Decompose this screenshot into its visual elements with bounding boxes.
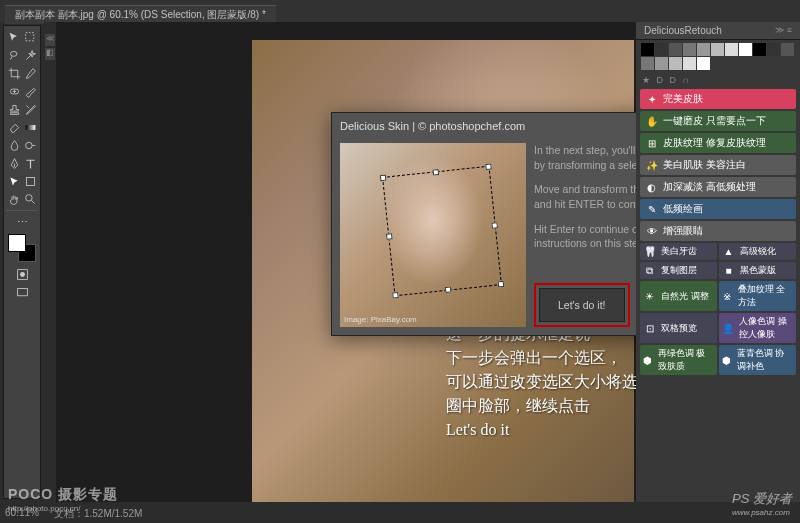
action-button[interactable]: ✋一键磨皮 只需要点一下: [640, 111, 796, 131]
zoom-tool[interactable]: [23, 192, 37, 206]
action-label: 人像色调 操控人像肤: [739, 315, 793, 341]
swatch[interactable]: [641, 57, 654, 70]
pen-tool[interactable]: [7, 156, 21, 170]
swatch[interactable]: [781, 43, 794, 56]
hand-tool[interactable]: [7, 192, 21, 206]
brush-tool[interactable]: [23, 84, 37, 98]
eraser-tool[interactable]: [7, 120, 21, 134]
svg-rect-4: [26, 177, 34, 185]
shape-tool[interactable]: [23, 174, 37, 188]
swatch[interactable]: [683, 57, 696, 70]
edit-toolbar[interactable]: ⋯: [15, 215, 29, 229]
swatch[interactable]: [739, 43, 752, 56]
action-button[interactable]: ✦完美皮肤: [640, 89, 796, 109]
svg-point-7: [20, 272, 25, 277]
action-label: 叠加纹理 全方法: [738, 283, 793, 309]
action-label: 美白牙齿: [661, 245, 697, 258]
dialog-text: In the next step, you'll have to measure…: [534, 143, 636, 172]
action-button[interactable]: ※叠加纹理 全方法: [719, 281, 796, 311]
marquee-tool[interactable]: [23, 30, 37, 44]
swatch[interactable]: [753, 43, 766, 56]
action-button[interactable]: ⊡双格预览: [640, 313, 717, 343]
screenmode-tool[interactable]: [15, 285, 29, 299]
gradient-tool[interactable]: [23, 120, 37, 134]
annotation-text: 这一步的提示框是说 下一步会弹出一个选区， 可以通过改变选区大小将选区 圈中脸部…: [446, 322, 636, 442]
action-icon: ✦: [645, 93, 658, 106]
foreground-color[interactable]: [8, 234, 26, 252]
action-label: 完美皮肤: [663, 92, 703, 106]
action-icon: ⬢: [722, 354, 732, 367]
action-icon: ✎: [645, 203, 658, 216]
swatch[interactable]: [641, 43, 654, 56]
panel-collapse-icon[interactable]: ◧: [45, 48, 55, 60]
action-label: 皮肤纹理 修复皮肤纹理: [663, 136, 766, 150]
swatch[interactable]: [669, 43, 682, 56]
lasso-tool[interactable]: [7, 48, 21, 62]
action-button[interactable]: ⧉复制图层: [640, 262, 717, 279]
swatch[interactable]: [655, 43, 668, 56]
tools-panel: ⋯: [3, 25, 41, 499]
action-button[interactable]: ✎低频绘画: [640, 199, 796, 219]
action-icon: 👤: [722, 322, 734, 335]
swatch[interactable]: [711, 43, 724, 56]
action-icon: ✋: [645, 115, 658, 128]
stamp-tool[interactable]: [7, 102, 21, 116]
action-button[interactable]: ✨美白肌肤 美容注白: [640, 155, 796, 175]
crop-tool[interactable]: [7, 66, 21, 80]
heal-tool[interactable]: [7, 84, 21, 98]
action-icon: ✨: [645, 159, 658, 172]
dialog-text: Hit Enter to continue or press "More Inf…: [534, 222, 636, 251]
swatch[interactable]: [669, 57, 682, 70]
lets-do-it-button[interactable]: Let's do it!: [539, 288, 625, 322]
image-credit: Image: PixaBay.com: [344, 315, 417, 324]
action-icon: ⊡: [643, 322, 656, 335]
swatch[interactable]: [655, 57, 668, 70]
action-label: 加深减淡 高低频处理: [663, 180, 756, 194]
delicious-skin-dialog: Delicious Skin | © photoshopchef.com ×: [331, 112, 636, 336]
action-icon: ◐: [645, 181, 658, 194]
canvas[interactable]: 这一步的提示框是说 下一步会弹出一个选区， 可以通过改变选区大小将选区 圈中脸部…: [56, 22, 636, 502]
history-brush-tool[interactable]: [23, 102, 37, 116]
quickmask-tool[interactable]: [15, 267, 29, 281]
path-tool[interactable]: [7, 174, 21, 188]
action-label: 低频绘画: [663, 202, 703, 216]
move-tool[interactable]: [7, 30, 21, 44]
wand-tool[interactable]: [23, 48, 37, 62]
action-button[interactable]: ☀自然光 调整: [640, 281, 717, 311]
action-icon: ⬢: [643, 354, 653, 367]
action-button[interactable]: ⬢再绿色调 极致肤质: [640, 345, 717, 375]
panel-toggle[interactable]: ≪: [45, 34, 55, 46]
document-tabs: 副本副本 副本.jpg @ 60.1% (DS Selection, 图层蒙版/…: [0, 4, 800, 22]
svg-rect-0: [25, 32, 33, 40]
action-button[interactable]: ▲高级锐化: [719, 243, 796, 260]
action-button[interactable]: ■黑色蒙版: [719, 262, 796, 279]
extension-panel: DeliciousRetouch ≫ ≡ ★ D D ∩ ✦完美皮肤✋一键磨皮 …: [636, 22, 800, 502]
action-button[interactable]: 👤人像色调 操控人像肤: [719, 313, 796, 343]
svg-rect-2: [25, 125, 35, 130]
action-label: 黑色蒙版: [740, 264, 776, 277]
svg-point-5: [25, 194, 32, 201]
action-icon: ■: [722, 264, 735, 277]
action-button[interactable]: 🦷美白牙齿: [640, 243, 717, 260]
action-button[interactable]: ◐加深减淡 高低频处理: [640, 177, 796, 197]
action-label: 双格预览: [661, 322, 697, 335]
color-swatches[interactable]: [8, 234, 36, 262]
swatch[interactable]: [697, 43, 710, 56]
action-icon: ⊞: [645, 137, 658, 150]
panel-title: DeliciousRetouch: [644, 25, 722, 36]
swatch[interactable]: [725, 43, 738, 56]
action-button[interactable]: 👁增强眼睛: [640, 221, 796, 241]
swatch[interactable]: [683, 43, 696, 56]
type-tool[interactable]: [23, 156, 37, 170]
action-label: 复制图层: [661, 264, 697, 277]
panel-menu-icon[interactable]: ≫ ≡: [775, 25, 792, 36]
eyedropper-tool[interactable]: [23, 66, 37, 80]
dodge-tool[interactable]: [23, 138, 37, 152]
blur-tool[interactable]: [7, 138, 21, 152]
swatch[interactable]: [697, 57, 710, 70]
action-button[interactable]: ⬢蓝青色调 协调补色: [719, 345, 796, 375]
action-label: 蓝青色调 协调补色: [737, 347, 793, 373]
swatch[interactable]: [767, 43, 780, 56]
action-button[interactable]: ⊞皮肤纹理 修复皮肤纹理: [640, 133, 796, 153]
action-icon: 🦷: [643, 245, 656, 258]
